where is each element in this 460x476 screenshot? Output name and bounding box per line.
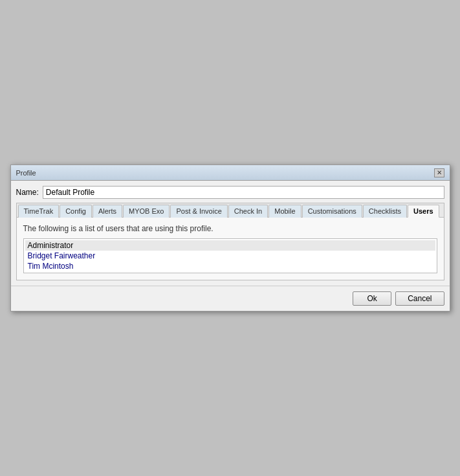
- tab-mobile[interactable]: Mobile: [268, 205, 301, 218]
- title-bar: Profile ✕: [11, 165, 450, 181]
- user-item-administrator[interactable]: Administrator: [25, 240, 435, 251]
- name-row: Name:: [16, 186, 444, 199]
- name-input[interactable]: [43, 186, 444, 199]
- close-icon[interactable]: ✕: [434, 168, 444, 177]
- user-item-tim[interactable]: Tim Mcintosh: [25, 261, 435, 271]
- users-list: Administrator Bridget Fairweather Tim Mc…: [23, 238, 437, 273]
- cancel-button[interactable]: Cancel: [395, 291, 444, 306]
- tab-myob-exo[interactable]: MYOB Exo: [123, 205, 170, 218]
- tab-checklists[interactable]: Checklists: [363, 205, 407, 218]
- dialog-title: Profile: [16, 169, 36, 177]
- profile-dialog: Profile ✕ Name: TimeTrak Config Alerts M…: [10, 164, 450, 312]
- tabs-container: TimeTrak Config Alerts MYOB Exo Post & I…: [16, 203, 444, 280]
- ok-button[interactable]: Ok: [353, 291, 391, 306]
- tab-check-in[interactable]: Check In: [228, 205, 268, 218]
- tab-users[interactable]: Users: [408, 205, 439, 218]
- tab-bar: TimeTrak Config Alerts MYOB Exo Post & I…: [17, 203, 444, 218]
- tab-customisations[interactable]: Customisations: [302, 205, 362, 218]
- tab-config[interactable]: Config: [60, 205, 92, 218]
- tab-users-content: The following is a list of users that ar…: [17, 218, 444, 280]
- tab-post-invoice[interactable]: Post & Invoice: [170, 205, 227, 218]
- tab-alerts[interactable]: Alerts: [93, 205, 122, 218]
- tab-timetrak[interactable]: TimeTrak: [18, 205, 60, 218]
- name-label: Name:: [16, 188, 39, 197]
- dialog-footer: Ok Cancel: [11, 286, 450, 311]
- users-info-text: The following is a list of users that ar…: [23, 224, 437, 233]
- dialog-body: Name: TimeTrak Config Alerts MYOB Exo Po…: [11, 181, 450, 286]
- user-item-bridget[interactable]: Bridget Fairweather: [25, 251, 435, 261]
